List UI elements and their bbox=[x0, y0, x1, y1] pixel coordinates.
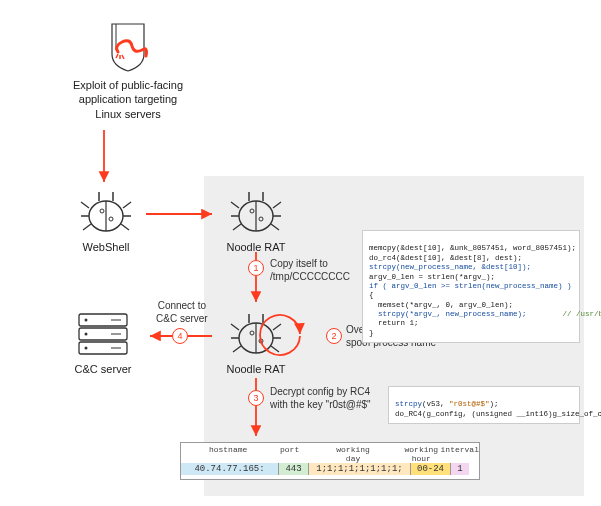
config-header-row: hostname port working day working hour i… bbox=[181, 445, 479, 463]
config-hostname: 40.74.77.165: bbox=[181, 463, 279, 475]
bug-icon bbox=[229, 188, 283, 236]
step-2-num: 2 bbox=[331, 331, 336, 341]
shield-worm-icon bbox=[102, 18, 154, 74]
config-header-workingday: working day bbox=[304, 445, 402, 463]
code1-l7: memset(*argv_, 0, argv_0_len); bbox=[369, 301, 513, 309]
svg-point-23 bbox=[85, 347, 88, 350]
config-header-hostname: hostname bbox=[181, 445, 275, 463]
node-noodle-1: Noodle RAT bbox=[216, 188, 296, 254]
config-data-row: 40.74.77.165: 443 1;1;1;1;1;1;1;1; 00-24… bbox=[181, 463, 479, 475]
config-header-interval: interval bbox=[441, 445, 479, 463]
step-4-text: Connect to C&C server bbox=[156, 300, 208, 325]
cnc-label: C&C server bbox=[58, 362, 148, 376]
code1-l10: } bbox=[369, 329, 374, 337]
code-snippet-argv: memcpy(&dest[10], &unk_8057451, word_805… bbox=[362, 230, 580, 343]
config-header-workinghour: working hour bbox=[402, 445, 440, 463]
node-cnc-server: C&C server bbox=[58, 310, 148, 376]
code1-l8c: // /usr/bin/node bbox=[563, 310, 601, 318]
node-webshell: WebShell bbox=[66, 188, 146, 254]
svg-point-14 bbox=[250, 331, 254, 335]
step-3-num: 3 bbox=[253, 393, 258, 403]
svg-point-8 bbox=[250, 209, 254, 213]
config-interval: 1 bbox=[451, 463, 469, 475]
config-header-port: port bbox=[275, 445, 304, 463]
step-2-badge: 2 bbox=[326, 328, 342, 344]
server-icon bbox=[73, 310, 133, 358]
config-table: hostname port working day working hour i… bbox=[180, 442, 480, 480]
bug-icon bbox=[79, 188, 133, 236]
step-3-text: Decrypt config by RC4 with the key "r0st… bbox=[270, 386, 371, 411]
step-4-num: 4 bbox=[177, 331, 182, 341]
code1-l6: { bbox=[369, 291, 374, 299]
svg-point-22 bbox=[85, 333, 88, 336]
step-1-badge: 1 bbox=[248, 260, 264, 276]
code1-l4: argv_0_len = strlen(*argv_); bbox=[369, 273, 495, 281]
config-workinghour: 00-24 bbox=[411, 463, 451, 475]
step-4-badge: 4 bbox=[172, 328, 188, 344]
step-3-badge: 3 bbox=[248, 390, 264, 406]
config-workingday: 1;1;1;1;1;1;1;1; bbox=[309, 463, 411, 475]
noodle-1-label: Noodle RAT bbox=[216, 240, 296, 254]
exploit-label: Exploit of public-facing application tar… bbox=[58, 78, 198, 121]
code1-l1: memcpy(&dest[10], &unk_8057451, word_805… bbox=[369, 244, 576, 252]
webshell-label: WebShell bbox=[66, 240, 146, 254]
noodle-2-label: Noodle RAT bbox=[216, 362, 296, 376]
node-noodle-2: Noodle RAT bbox=[216, 310, 296, 376]
code1-l3: strcpy(new_process_name, &dest[10]); bbox=[369, 263, 531, 271]
code1-l8: strcpy(*argv_, new_process_name); bbox=[369, 310, 527, 318]
svg-point-3 bbox=[109, 217, 113, 221]
svg-point-9 bbox=[259, 217, 263, 221]
node-exploit: Exploit of public-facing application tar… bbox=[58, 18, 198, 121]
code1-l5: if ( argv_0_len >= strlen(new_process_na… bbox=[369, 282, 572, 290]
config-port: 443 bbox=[279, 463, 309, 475]
svg-point-2 bbox=[100, 209, 104, 213]
step-1-num: 1 bbox=[253, 263, 258, 273]
code2-l2: do_RC4(g_config, (unsigned __int16)g_siz… bbox=[395, 410, 601, 418]
svg-point-21 bbox=[85, 319, 88, 322]
code-snippet-rc4: strcpy(v53, strcpy(v53, "r0st@#$");"r0st… bbox=[388, 386, 580, 424]
step-1-text: Copy itself to /tmp/CCCCCCCC bbox=[270, 258, 350, 283]
svg-point-15 bbox=[259, 339, 263, 343]
bug-icon bbox=[229, 310, 283, 358]
code1-l9: return 1; bbox=[369, 319, 419, 327]
code1-l2: do_rc4(&dest[10], &dest[8], dest); bbox=[369, 254, 522, 262]
